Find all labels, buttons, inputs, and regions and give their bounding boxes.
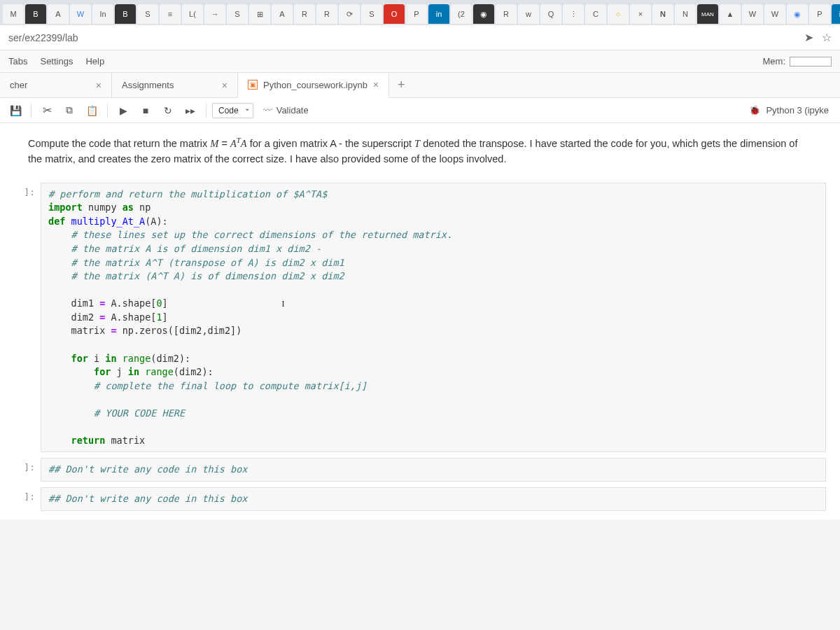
browser-tab[interactable]: L( (182, 4, 203, 24)
browser-tab[interactable]: R (294, 4, 315, 24)
md-text: for a given matrix A - the superscript (247, 138, 414, 149)
code-editor[interactable]: ## Don't write any code in this box (41, 487, 826, 511)
celltype-select[interactable]: Code (212, 103, 253, 118)
cell-prompt: ]: (0, 487, 41, 511)
browser-tab[interactable]: M (3, 4, 24, 24)
tab-notebook[interactable]: ▣ Python_coursework.ipynb × (238, 74, 389, 98)
address-bar[interactable]: ser/ex22399/lab ➤ ☆ (0, 25, 840, 50)
md-math: A (230, 138, 237, 149)
close-icon[interactable]: × (222, 80, 227, 91)
browser-tab[interactable]: In (92, 4, 113, 24)
browser-tab[interactable]: ≡ (160, 4, 181, 24)
code-cell[interactable]: ]: ## Don't write any code in this box (0, 455, 840, 484)
browser-tab[interactable]: ⋮ (563, 4, 584, 24)
menu-tabs[interactable]: Tabs (8, 56, 27, 66)
tab-assignments[interactable]: Assignments × (112, 73, 238, 97)
mem-bar (790, 57, 832, 66)
browser-tab[interactable]: A (272, 4, 293, 24)
browser-tab[interactable]: A (48, 4, 69, 24)
browser-tab[interactable]: B (115, 4, 136, 24)
code-cell[interactable]: ]: ## Don't write any code in this box (0, 484, 840, 514)
md-text: Compute the code that return the matrix (28, 138, 210, 149)
mem-label: Mem: (763, 56, 786, 66)
browser-tab[interactable]: Q (540, 4, 561, 24)
copy-button[interactable]: ⧉ (59, 102, 79, 120)
cell-prompt: ]: (0, 183, 41, 453)
browser-tab[interactable]: P (406, 4, 427, 24)
validate-button[interactable]: 〰 Validate (256, 103, 316, 118)
browser-tab[interactable]: W (70, 4, 91, 24)
menu-help[interactable]: Help (85, 56, 104, 66)
browser-tab[interactable]: ◉ (787, 4, 808, 24)
tab-launcher[interactable]: cher × (0, 73, 112, 97)
browser-tab[interactable]: w (518, 4, 539, 24)
browser-tab[interactable]: O (384, 4, 405, 24)
browser-tab[interactable]: N (652, 4, 673, 24)
stop-button[interactable]: ■ (136, 102, 155, 120)
markdown-cell[interactable]: Compute the code that return the matrix … (0, 129, 840, 180)
browser-tab[interactable]: B (25, 4, 46, 24)
browser-tab[interactable]: W (742, 4, 763, 24)
add-tab-button[interactable]: + (389, 78, 414, 92)
tab-label: Assignments (122, 80, 174, 90)
share-icon[interactable]: ➤ (804, 31, 813, 44)
browser-tab[interactable]: in (832, 4, 840, 24)
cut-button[interactable]: ✂ (37, 102, 57, 120)
browser-tab[interactable]: (2 (451, 4, 472, 24)
browser-tab[interactable]: C (585, 4, 606, 24)
browser-tab[interactable]: R (496, 4, 517, 24)
browser-tab[interactable]: ◉ (473, 4, 494, 24)
bug-icon: 🐞 (749, 105, 760, 115)
validate-label: Validate (276, 105, 309, 115)
close-icon[interactable]: × (373, 79, 379, 90)
browser-tab[interactable]: N (675, 4, 696, 24)
md-math: A (241, 138, 247, 149)
browser-tab[interactable]: MAN (697, 4, 718, 24)
browser-tab[interactable]: ⊞ (249, 4, 270, 24)
md-text: = (218, 138, 230, 149)
browser-tab[interactable]: S (227, 4, 248, 24)
cell-prompt: ]: (0, 458, 41, 482)
browser-tab[interactable]: × (630, 4, 651, 24)
code-cell[interactable]: ]: # perform and return the multiplicati… (0, 180, 840, 456)
restart-button[interactable]: ↻ (158, 102, 178, 120)
browser-tab[interactable]: S (137, 4, 158, 24)
browser-tab[interactable]: ⟳ (339, 4, 360, 24)
kernel-name: Python 3 (ipyke (766, 105, 829, 115)
browser-tab[interactable]: ○ (608, 4, 629, 24)
menu-settings[interactable]: Settings (40, 56, 73, 66)
browser-tab[interactable]: → (204, 4, 225, 24)
browser-tab-strip: M B A W In B S ≡ L( → S ⊞ A R R ⟳ S O P … (0, 0, 840, 25)
notebook-icon: ▣ (248, 80, 258, 90)
browser-tab[interactable]: W (764, 4, 785, 24)
app-menu: Tabs Settings Help Mem: (0, 50, 840, 73)
validate-icon: 〰 (263, 105, 272, 115)
text-cursor: I (281, 298, 285, 309)
file-tab-bar: cher × Assignments × ▣ Python_coursework… (0, 73, 840, 98)
url-text: ser/ex22399/lab (8, 32, 804, 43)
tab-label: Python_coursework.ipynb (263, 80, 368, 90)
kernel-indicator[interactable]: 🐞 Python 3 (ipyke (749, 105, 834, 115)
browser-tab[interactable]: R (316, 4, 337, 24)
notebook-body: Compute the code that return the matrix … (0, 123, 840, 519)
browser-tab[interactable]: S (361, 4, 382, 24)
run-button[interactable]: ▶ (113, 102, 133, 120)
paste-button[interactable]: 📋 (82, 102, 102, 120)
code-editor[interactable]: # perform and return the multiplication … (41, 183, 826, 453)
close-icon[interactable]: × (96, 80, 102, 91)
save-button[interactable]: 💾 (6, 102, 25, 120)
md-math: T (414, 138, 420, 149)
browser-tab[interactable]: in (428, 4, 449, 24)
fast-forward-button[interactable]: ▸▸ (181, 102, 200, 120)
notebook-toolbar: 💾 ✂ ⧉ 📋 ▶ ■ ↻ ▸▸ Code 〰 Validate 🐞 Pytho… (0, 98, 840, 123)
md-math: M (210, 138, 218, 149)
code-editor[interactable]: ## Don't write any code in this box (41, 458, 826, 482)
memory-indicator: Mem: (763, 56, 832, 66)
browser-tab[interactable]: P (809, 4, 830, 24)
bookmark-icon[interactable]: ☆ (822, 31, 832, 44)
tab-label: cher (10, 80, 27, 90)
browser-tab[interactable]: ▲ (720, 4, 741, 24)
